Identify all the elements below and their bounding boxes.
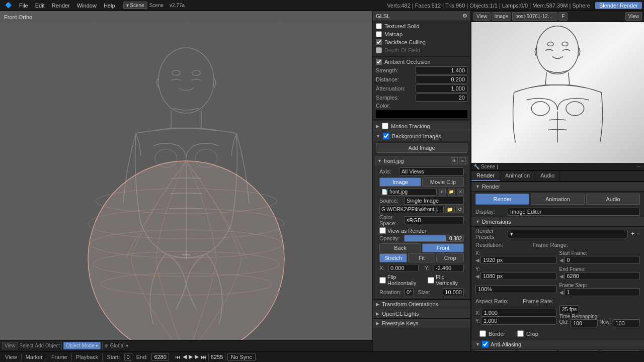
audio-button[interactable]: Audio (586, 194, 640, 205)
bb-sync-btn[interactable]: No Sync (227, 353, 256, 361)
tab-movie-clip[interactable]: Movie Clip (422, 177, 464, 187)
tab-audio[interactable]: Audio (535, 171, 560, 181)
frame-end-value[interactable]: 6280 (565, 272, 640, 280)
x-value[interactable]: 0.000 (388, 264, 419, 272)
fstep-dec-icon[interactable]: ◀ (559, 290, 564, 295)
y-value[interactable]: -2.460 (434, 264, 464, 272)
aa-16-btn[interactable]: 16 (600, 350, 640, 351)
animation-button[interactable]: Animation (531, 194, 585, 205)
pct-value[interactable]: 100% (475, 285, 556, 293)
presets-add-icon[interactable]: + (631, 230, 634, 237)
strength-value[interactable]: 1.400 (416, 66, 467, 74)
bb-marker[interactable]: Marker (24, 354, 45, 360)
rt-image-btn[interactable]: Image (492, 12, 512, 21)
viewport[interactable]: Front Ortho (0, 11, 372, 351)
aspect-x-value[interactable]: 1.000 (481, 309, 556, 317)
res-y-dec-icon[interactable]: ◀ (475, 274, 479, 279)
aa-5-btn[interactable]: 5 (475, 350, 516, 351)
vp-pivot-icon[interactable]: ⊕ (104, 343, 108, 348)
filepath-field[interactable]: G:\WORK2\PЕФ\a\front.jpg (379, 206, 444, 213)
distance-value[interactable]: 0.200 (416, 75, 467, 83)
add-image-button[interactable]: Add Image (376, 143, 467, 153)
menu-file[interactable]: File (16, 2, 31, 10)
bb-end-val[interactable]: 6280 (151, 353, 169, 361)
transform-orientations-toggle[interactable]: ▶ Transform Orientations (373, 299, 470, 309)
strip-close-icon[interactable]: ✕ (459, 157, 466, 164)
opacity-slider[interactable]: 0.382 (404, 235, 464, 242)
scene-prop-btn[interactable]: Scene (481, 164, 495, 169)
rotation-value[interactable]: 0° (405, 288, 414, 296)
samples-value[interactable]: 20 (416, 94, 467, 102)
vp-global-btn[interactable]: Global ▾ (110, 343, 128, 348)
fit-btn[interactable]: Fit (408, 253, 436, 262)
presets-remove-icon[interactable]: − (636, 230, 640, 237)
old-val[interactable]: 100 (571, 319, 598, 327)
menu-window[interactable]: Window (74, 2, 100, 10)
anti-aliasing-header[interactable]: ▼ Anti-Aliasing (471, 339, 644, 349)
flip-v-check[interactable] (428, 277, 434, 284)
rt-file-btn[interactable]: post-60761-12047... (512, 12, 557, 21)
engine-selector[interactable]: ▾ Scene (123, 2, 147, 9)
vp-select-btn[interactable]: Select (20, 343, 34, 348)
new-val[interactable]: 100 (613, 319, 640, 327)
bb-start-val[interactable]: 0 (124, 353, 132, 361)
fs-dec-icon[interactable]: ◀ (559, 257, 564, 263)
blender-logo[interactable]: 🔷 (2, 1, 15, 10)
backface-culling-check[interactable] (376, 39, 382, 45)
opengl-lights-toggle[interactable]: ▶ OpenGL Lights (373, 309, 470, 318)
vp-object-btn[interactable]: Object (45, 343, 60, 348)
dimensions-section-header[interactable]: ▼ Dimensions (471, 217, 644, 227)
res-y-value[interactable]: 1080 px (480, 272, 556, 280)
colorspace-value[interactable]: sRGB (404, 216, 464, 224)
rt-view2-btn[interactable]: View (625, 12, 642, 21)
file-name-value[interactable]: front.jpg (387, 188, 437, 196)
bb-next-frame-icon[interactable]: ▶ (195, 353, 199, 360)
vp-mode-btn[interactable]: Object Mode ▾ (63, 342, 101, 349)
bb-view[interactable]: View (3, 354, 19, 360)
bb-play-start-icon[interactable]: ⏮ (175, 354, 181, 360)
file-browse-icon[interactable]: 📁 (448, 189, 455, 196)
bb-playback[interactable]: Playback (74, 354, 101, 360)
frame-start-value[interactable]: 0 (565, 256, 640, 264)
view-as-render-check[interactable] (379, 227, 386, 234)
tab-render[interactable]: Render (471, 171, 500, 181)
rt-view-btn[interactable]: View (473, 12, 491, 21)
fe-dec-icon[interactable]: ◀ (559, 274, 564, 279)
render-button[interactable]: Render (475, 194, 529, 205)
aa-check[interactable] (482, 341, 489, 347)
aa-11-btn[interactable]: 11 (558, 350, 599, 351)
filepath-browse-icon[interactable]: 📁 (445, 206, 455, 213)
crop-check[interactable] (517, 330, 524, 337)
bg-images-toggle[interactable]: ▼ Background Images (373, 131, 470, 141)
crop-btn[interactable]: Crop (436, 253, 464, 262)
aspect-y-value[interactable]: 1.000 (481, 317, 556, 325)
file-clear-icon[interactable]: ✕ (457, 189, 464, 196)
bb-play-icon[interactable]: ▶ (189, 353, 193, 360)
bi-check[interactable] (383, 133, 389, 139)
aa-8-btn[interactable]: 8 (517, 350, 557, 351)
size-value[interactable]: 10.000 (443, 288, 464, 296)
mt-check[interactable] (382, 123, 388, 129)
border-check[interactable] (479, 330, 486, 337)
res-x-dec-icon[interactable]: ◀ (475, 257, 479, 263)
color-swatch[interactable] (376, 110, 467, 118)
bb-frame[interactable]: Frame (49, 354, 69, 360)
axis-value[interactable]: All Views (399, 167, 464, 175)
render-engine[interactable]: Blender Render (595, 2, 642, 9)
motion-tracking-toggle[interactable]: ▶ Motion Tracking (373, 121, 470, 131)
vp-view-btn[interactable]: View (2, 342, 18, 349)
rt-f-btn[interactable]: F (558, 12, 568, 21)
file-f-icon[interactable]: F (439, 189, 446, 196)
bb-play-end-icon[interactable]: ⏭ (201, 354, 206, 360)
fps-value[interactable]: 25 fps (559, 305, 580, 313)
menu-render[interactable]: Render (49, 2, 73, 10)
source-value[interactable]: Single Image (404, 197, 464, 205)
front-btn[interactable]: Front (422, 243, 464, 252)
menu-help[interactable]: Help (101, 2, 118, 10)
frame-step-value[interactable]: 1 (565, 288, 640, 296)
bb-prev-frame-icon[interactable]: ◀ (183, 353, 187, 360)
flip-h-check[interactable] (379, 277, 386, 284)
display-value[interactable]: Image Editor (508, 208, 640, 216)
filepath-reload-icon[interactable]: ↺ (456, 206, 464, 213)
res-x-value[interactable]: 1920 px (480, 256, 556, 264)
